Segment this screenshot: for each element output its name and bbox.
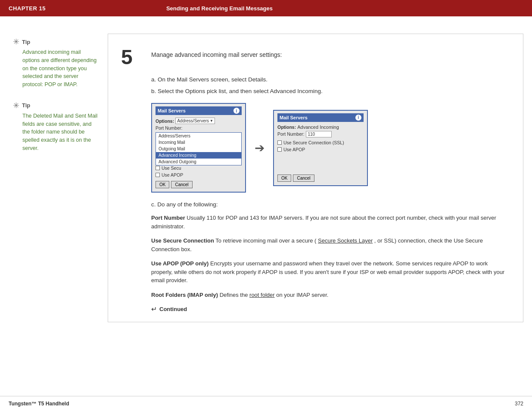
screen-right-port-input[interactable]: 110	[306, 131, 332, 137]
use-secure-section: Use Secure Connection To retrieve incomi…	[151, 237, 510, 253]
port-number-title: Port Number	[151, 215, 185, 221]
footer-brand-name: Tungsten™ T5	[9, 401, 44, 407]
screen-left-use-apop-checkbox[interactable]	[156, 173, 160, 177]
substep-c: c. Do any of the following:	[151, 201, 510, 208]
screen-right-port-label: Port Number:	[277, 131, 304, 137]
screenshots-container: Mail Servers i Options: Address/Servers …	[151, 103, 510, 193]
menu-item-advanced-incoming[interactable]: Advanced Incoming	[156, 152, 241, 159]
secure-sockets-link[interactable]: Secure Sockets Layer	[318, 237, 373, 244]
screen-left-use-secure-checkbox[interactable]	[156, 166, 160, 170]
step-header: 5 Manage advanced incoming mail server s…	[121, 47, 510, 68]
arrow-right: ➔	[255, 141, 264, 155]
screen-right-options-value: Advanced Incoming	[297, 125, 339, 130]
screen-right-options-label: Options:	[277, 125, 296, 130]
screen-left-options-dropdown[interactable]: Address/Servers ▼	[175, 118, 215, 124]
use-secure-title: Use Secure Connection	[151, 237, 214, 244]
screen-right-info-icon: i	[355, 115, 361, 121]
tip-1: ✳ Tip Advanced incoming mail options are…	[13, 38, 99, 89]
screen-left: Mail Servers i Options: Address/Servers …	[151, 103, 246, 193]
screen-left-use-apop-row: Use APOP	[156, 172, 242, 177]
tip-star-2: ✳	[13, 102, 19, 109]
instructions: a. On the Mail Servers screen, select De…	[151, 76, 510, 94]
screen-left-title: Mail Servers	[158, 108, 186, 113]
screen-left-options-row: Options: Address/Servers ▼	[156, 118, 242, 124]
screen-right-use-secure-row: Use Secure Connection (SSL)	[277, 140, 364, 145]
screen-left-info-icon: i	[233, 108, 240, 114]
menu-item-outgoing[interactable]: Outgoing Mail	[156, 146, 241, 152]
substep-b: b. Select the Options pick list, and the…	[151, 88, 510, 94]
screen-right-title-bar: Mail Servers i	[277, 113, 364, 122]
step-number: 5	[121, 47, 143, 68]
screen-left-dropdown-menu: Address/Servers Incoming Mail Outgoing M…	[156, 132, 242, 165]
continued-arrow-icon: ↵	[151, 305, 157, 313]
tip-1-header: ✳ Tip	[13, 38, 99, 46]
tip-2-label: Tip	[22, 102, 30, 109]
tip-1-text: Advanced incoming mail options are diffe…	[13, 48, 99, 89]
screen-left-use-apop-label: Use APOP	[162, 172, 183, 177]
menu-item-address[interactable]: Address/Servers	[156, 133, 241, 139]
substep-a: a. On the Mail Servers screen, select De…	[151, 76, 510, 83]
root-folders-body2: on your IMAP server.	[276, 292, 328, 298]
content-area: 5 Manage advanced incoming mail server s…	[108, 34, 523, 322]
screen-left-cancel-button[interactable]: Cancel	[171, 181, 192, 188]
screen-right-port-row: Port Number: 110	[277, 131, 364, 137]
screen-right-options-row: Options: Advanced Incoming	[277, 125, 364, 130]
tip-star-1: ✳	[13, 38, 19, 46]
tip-2: ✳ Tip The Deleted Mail and Sent Mail fie…	[13, 102, 99, 153]
screen-right: Mail Servers i Options: Advanced Incomin…	[273, 110, 368, 186]
screen-left-use-secure-label: Use Secu	[162, 165, 181, 171]
screen-left-buttons: OK Cancel	[156, 181, 242, 188]
tip-1-label: Tip	[22, 39, 30, 45]
footer-page-number: 372	[515, 401, 523, 407]
root-folder-link[interactable]: root folder	[249, 292, 275, 298]
step-intro: Manage advanced incoming mail server set…	[151, 47, 282, 58]
screen-right-cancel-button[interactable]: Cancel	[293, 174, 314, 182]
screen-left-options-label: Options:	[156, 118, 174, 124]
sidebar: ✳ Tip Advanced incoming mail options are…	[13, 34, 99, 322]
screen-right-use-apop-label: Use APOP	[283, 147, 305, 152]
page-footer: Tungsten™ T5 Handheld 372	[0, 396, 532, 411]
chapter-label: CHAPTER 15	[9, 5, 46, 12]
root-folders-title: Root Folders (IMAP only)	[151, 292, 218, 298]
footer-model: Handheld	[46, 401, 69, 407]
footer-brand: Tungsten™ T5 Handheld	[9, 401, 69, 407]
menu-item-incoming[interactable]: Incoming Mail	[156, 139, 241, 146]
screen-right-buttons: OK Cancel	[277, 174, 364, 182]
port-number-section: Port Number Usually 110 for POP and 143 …	[151, 214, 510, 230]
chapter-title: Sending and Receiving Email Messages	[166, 5, 273, 12]
use-apop-section: Use APOP (POP only) Encrypts your userna…	[151, 259, 510, 285]
screen-right-use-secure-label: Use Secure Connection (SSL)	[283, 140, 344, 145]
screen-right-ok-button[interactable]: OK	[277, 174, 291, 182]
screen-left-options-value: Address/Servers	[177, 118, 209, 123]
screen-left-ok-button[interactable]: OK	[156, 181, 169, 188]
screen-left-use-secure-row: Use Secu	[156, 165, 242, 171]
content-sections: c. Do any of the following: Port Number …	[151, 201, 510, 313]
screen-left-port-row: Port Number:	[156, 125, 242, 131]
use-apop-title: Use APOP (POP only)	[151, 260, 208, 267]
use-secure-body: To retrieve incoming mail over a secure …	[215, 237, 316, 244]
dropdown-arrow-left: ▼	[210, 119, 213, 123]
screen-right-use-apop-row: Use APOP	[277, 147, 364, 152]
main-content: ✳ Tip Advanced incoming mail options are…	[0, 16, 532, 331]
root-folders-section: Root Folders (IMAP only) Defines the roo…	[151, 291, 510, 299]
screen-right-use-apop-checkbox[interactable]	[277, 147, 282, 152]
continued-row: ↵ Continued	[151, 305, 510, 313]
menu-item-advanced-outgoing[interactable]: Advanced Outgoing	[156, 159, 241, 165]
screen-right-use-secure-checkbox[interactable]	[277, 140, 282, 145]
port-number-body: Usually 110 for POP and 143 for IMAP ser…	[151, 215, 496, 230]
page-header: CHAPTER 15 Sending and Receiving Email M…	[0, 0, 532, 16]
screen-left-title-bar: Mail Servers i	[156, 106, 242, 115]
screen-right-title: Mail Servers	[280, 115, 308, 120]
tip-2-text: The Deleted Mail and Sent Mail fields ar…	[13, 112, 99, 153]
root-folders-body: Defines the	[220, 292, 249, 298]
continued-text: Continued	[159, 306, 187, 312]
screen-left-port-label: Port Number:	[156, 125, 182, 131]
tip-2-header: ✳ Tip	[13, 102, 99, 109]
